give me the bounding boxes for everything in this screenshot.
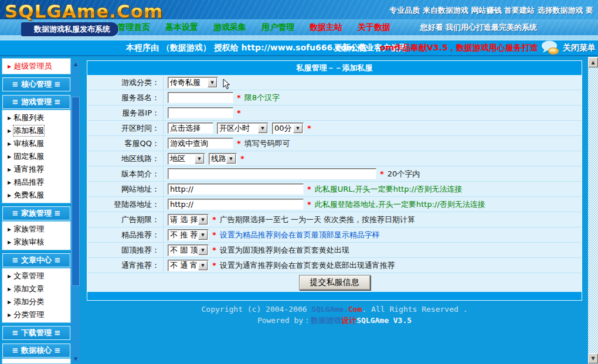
sidebar-item[interactable]: ▶私服列表 xyxy=(2,111,70,124)
sidebar-section-header-1[interactable]: ≡ 核心管理 ≡ xyxy=(2,77,70,91)
sidebar-item[interactable]: ▶添加文章 xyxy=(2,283,70,295)
nav-item-6[interactable]: 关于数据 xyxy=(358,22,390,33)
overnight-recommend-select[interactable]: 不 通 宵▼ xyxy=(168,260,209,271)
form-row-label: 游戏分类： xyxy=(87,75,164,90)
chevron-down-icon[interactable]: ▼ xyxy=(195,154,204,164)
form-row: 客服QQ：*填写号码即可 xyxy=(87,136,582,151)
site-url-input[interactable] xyxy=(168,183,304,195)
service-qq-input[interactable] xyxy=(168,138,233,149)
ad-period-select[interactable]: 请 选 择▼ xyxy=(168,214,209,226)
sidebar-item[interactable]: ▶添加私服 xyxy=(2,124,70,137)
form-row-label: 地区线路： xyxy=(87,151,164,166)
server-name-input[interactable] xyxy=(168,92,233,103)
chevron-down-icon[interactable]: ▼ xyxy=(226,154,236,164)
open-minute-select[interactable]: 00分▼ xyxy=(272,123,304,134)
form-row-field: 传奇私服▼ xyxy=(164,75,582,90)
sidebar-item[interactable]: ▶分类管理 xyxy=(2,308,70,321)
sidebar-scroll-down-icon[interactable]: ▼ xyxy=(71,355,80,363)
pinned-recommend-select[interactable]: 不 固 顶▼ xyxy=(168,244,209,256)
submit-button[interactable]: 提交私服信息 xyxy=(299,275,371,290)
chevron-down-icon[interactable]: ▼ xyxy=(198,246,208,255)
sidebar-section-panel: ▶私服列表▶添加私服▶审核私服▶固定私服▶通宵推荐▶精品推荐▶免费私服 xyxy=(2,110,70,203)
sidebar-item[interactable]: ▶通宵推荐 xyxy=(2,163,70,176)
form-row: 版本简介：*20个字内 xyxy=(87,166,582,182)
sidebar-item[interactable]: ▶添加分类 xyxy=(2,295,70,308)
item-arrow-icon: ▶ xyxy=(8,64,11,69)
sidebar-item[interactable]: ▶家族审核 xyxy=(2,236,70,249)
sidebar-item[interactable]: ▶固定私服 xyxy=(2,150,70,163)
chevron-down-icon[interactable]: ▼ xyxy=(208,78,217,87)
required-asterisk: * xyxy=(212,230,216,239)
chat-bubble-icon[interactable] xyxy=(541,39,562,58)
form-row: 网站地址：*此私服URL,开头一定要http://否则无法连接 xyxy=(87,182,582,197)
brand-logo: SQLGAme.Com xyxy=(5,1,163,22)
open-hour-select[interactable]: 开区小时▼ xyxy=(217,123,269,134)
chevron-down-icon[interactable]: ▼ xyxy=(198,215,208,224)
item-arrow-icon: ▶ xyxy=(8,141,11,147)
sidebar-scroll-thumb[interactable] xyxy=(72,97,80,286)
server-ip-input[interactable] xyxy=(168,107,233,118)
nav-item-5[interactable]: 数据主站 xyxy=(310,22,342,33)
version-intro-input[interactable] xyxy=(168,168,376,179)
line-select[interactable]: 线路▼ xyxy=(209,153,237,165)
nav-item-3[interactable]: 游戏采集 xyxy=(213,22,246,33)
nav-item-2[interactable]: 基本设置 xyxy=(165,22,198,33)
form-row-field: 地区▼线路▼* xyxy=(164,151,582,166)
form-row-label: 精品推荐： xyxy=(87,227,164,242)
form-row-label: 客服QQ： xyxy=(87,136,164,151)
sidebar-scrollbar[interactable]: ▲ ▼ xyxy=(71,60,80,363)
sidebar-item-label: 免费私服 xyxy=(13,190,44,200)
tagline-line1: 专业品质 来自数据游戏 网站赚钱 首要建站 选择数据游戏 要 xyxy=(389,5,593,16)
sidebar-scroll-up-icon[interactable]: ▲ xyxy=(71,60,80,68)
powered-by-text: Powered by： xyxy=(257,316,311,325)
required-asterisk: * xyxy=(237,139,241,148)
submit-row: 提交私服信息 xyxy=(87,273,582,292)
sidebar-item[interactable]: ▶文章管理 xyxy=(2,270,70,283)
sidebar-section-header-6[interactable]: ≡ 数据核心 ≡ xyxy=(2,343,70,358)
form-row-field: 请 选 择▼*广告期限选择一至七 一为一天 依次类推，按推荐日期计算 xyxy=(164,212,582,227)
sidebar-item[interactable]: ▶精品推荐 xyxy=(2,176,70,189)
chevron-down-icon[interactable]: ▼ xyxy=(198,230,208,240)
sidebar-section-header-5[interactable]: ≡ 下载管理 ≡ xyxy=(2,326,70,340)
main-scrollbar[interactable]: ▲ ▼ xyxy=(588,57,598,364)
form-row-label: 服务器IP： xyxy=(87,106,164,120)
powered-by-design: 设计 xyxy=(341,316,356,325)
field-note: 设置为精品推荐则会在首页最顶部显示精品字样 xyxy=(220,230,380,240)
game-category-select[interactable]: 传奇私服▼ xyxy=(168,77,218,89)
region-select[interactable]: 地区▼ xyxy=(168,153,205,165)
field-note: 填写号码即可 xyxy=(244,138,290,149)
sidebar-item-label: 超级管理员 xyxy=(13,61,52,72)
select-value: 传奇私服 xyxy=(168,77,207,88)
sidebar-item[interactable]: ▶审核私服 xyxy=(2,137,70,150)
close-menu-button[interactable]: 关闭菜单 xyxy=(563,40,596,55)
sidebar-section-header-4[interactable]: ≡ 文章中心 ≡ xyxy=(2,253,70,267)
main-scroll-up-icon[interactable]: ▲ xyxy=(588,57,598,67)
select-value: 不 推 荐 xyxy=(168,230,198,240)
chevron-down-icon[interactable]: ▼ xyxy=(198,261,208,270)
sidebar-item[interactable]: ▶家族管理 xyxy=(2,223,70,236)
field-note: 广告期限选择一至七 一为一天 依次类推，按推荐日期计算 xyxy=(220,215,415,225)
field-note: 20个字内 xyxy=(388,169,420,179)
boutique-recommend-select[interactable]: 不 推 荐▼ xyxy=(168,229,209,241)
powered-by-version: SQLGAme V3.5 xyxy=(356,316,412,325)
nav-item-1[interactable]: 管理首页 xyxy=(117,22,150,33)
field-note: 设置为固顶推荐则会在首页套黄处出现 xyxy=(220,245,349,256)
chevron-down-icon[interactable]: ▼ xyxy=(258,124,267,133)
field-note: 限8个汉字 xyxy=(244,93,280,103)
sidebar-item[interactable]: ▶超级管理员 xyxy=(2,60,70,73)
sidebar-section-header-3[interactable]: ≡ 家族管理 ≡ xyxy=(2,206,70,220)
sidebar-panel-partial xyxy=(2,359,70,363)
brand-logo-block: SQLGAme.Com 数据游戏私服发布系统 xyxy=(5,1,163,22)
select-value: 不 通 宵 xyxy=(168,260,198,271)
form-row-label: 网站地址： xyxy=(87,182,164,196)
required-asterisk: * xyxy=(380,169,384,178)
chevron-down-icon[interactable]: ▼ xyxy=(293,124,303,133)
open-date-input[interactable] xyxy=(168,123,213,134)
main-scroll-down-icon[interactable]: ▼ xyxy=(588,353,598,363)
nav-item-4[interactable]: 用户管理 xyxy=(261,22,294,33)
item-arrow-icon: ▶ xyxy=(8,287,11,292)
launcher-url-input[interactable] xyxy=(168,199,304,210)
sidebar-item[interactable]: ▶免费私服 xyxy=(2,189,70,202)
select-value: 地区 xyxy=(168,154,194,164)
sidebar-section-header-2[interactable]: ≡ 游戏管理 ≡ xyxy=(2,95,70,109)
